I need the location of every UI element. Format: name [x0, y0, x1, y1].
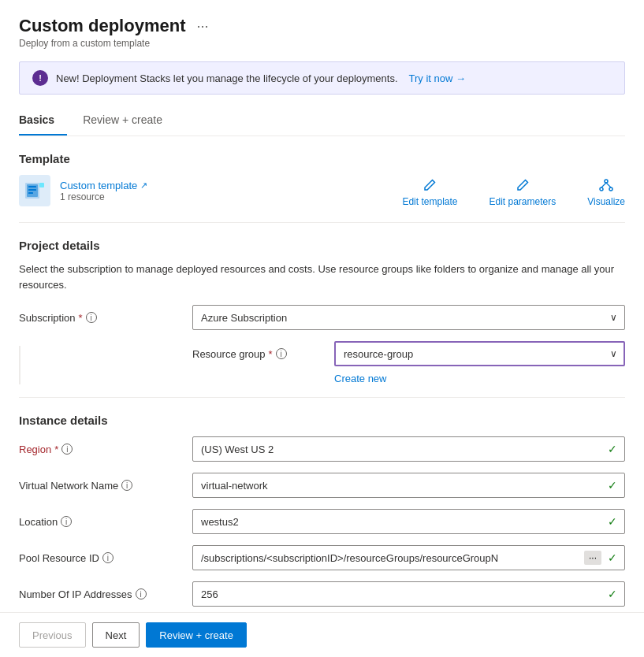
- ip-addresses-input[interactable]: [192, 581, 625, 607]
- instance-details-section: Instance details Region * i ✓ Virtual Ne…: [19, 414, 625, 607]
- edit-template-label: Edit template: [402, 196, 457, 207]
- resource-group-required: *: [269, 348, 273, 360]
- virtual-network-info-icon[interactable]: i: [121, 480, 132, 491]
- svg-rect-4: [28, 192, 33, 194]
- region-control: ✓: [192, 436, 625, 462]
- svg-point-7: [600, 187, 603, 191]
- resource-group-info-icon[interactable]: i: [276, 348, 287, 359]
- svg-line-9: [601, 183, 606, 187]
- subscription-select[interactable]: Azure Subscription: [192, 305, 625, 330]
- template-card: Custom template ↗ 1 resource: [19, 175, 147, 206]
- location-label: Location i: [19, 516, 192, 528]
- template-section-title: Template: [19, 152, 625, 165]
- pool-resource-id-input[interactable]: [192, 545, 625, 570]
- ip-addresses-label-text: Number Of IP Addresses: [19, 588, 132, 600]
- pool-resource-more-button[interactable]: ···: [584, 551, 601, 565]
- info-banner: ! New! Deployment Stacks let you manage …: [19, 61, 625, 95]
- virtual-network-row: Virtual Network Name i ✓: [19, 473, 625, 498]
- region-label-text: Region: [19, 444, 51, 455]
- divider-1: [19, 222, 625, 223]
- pool-resource-id-row: Pool Resource ID i ··· ✓: [19, 545, 625, 570]
- previous-button[interactable]: Previous: [19, 622, 86, 648]
- virtual-network-label-text: Virtual Network Name: [19, 480, 118, 492]
- location-info-icon[interactable]: i: [61, 516, 72, 527]
- resource-group-select-wrapper: resource-group ∨: [334, 341, 625, 366]
- subscription-control: Azure Subscription ∨: [192, 305, 625, 330]
- tab-review-create[interactable]: Review + create: [83, 107, 175, 135]
- template-section: Template: [19, 152, 625, 210]
- resource-group-control: resource-group ∨: [334, 341, 625, 366]
- virtual-network-control: ✓: [192, 473, 625, 498]
- project-details-section: Project details Select the subscription …: [19, 239, 625, 384]
- ip-addresses-row: Number Of IP Addresses i ✓: [19, 581, 625, 607]
- resource-group-row: Resource group * i resource-group ∨: [192, 341, 625, 366]
- virtual-network-label: Virtual Network Name i: [19, 480, 192, 492]
- next-button[interactable]: Next: [92, 622, 140, 648]
- pool-resource-check-icon: ✓: [608, 551, 617, 564]
- resource-group-label: Resource group * i: [192, 348, 334, 360]
- ip-addresses-info-icon[interactable]: i: [136, 588, 147, 599]
- template-actions: Edit template Edit parameters: [402, 177, 625, 207]
- template-link[interactable]: Custom template: [60, 180, 137, 191]
- tabs-container: Basics Review + create: [19, 107, 625, 136]
- external-link-icon: ↗: [140, 180, 147, 191]
- subscription-info-icon[interactable]: i: [86, 312, 97, 323]
- ellipsis-menu-button[interactable]: ···: [192, 17, 213, 36]
- subscription-select-wrapper: Azure Subscription ∨: [192, 305, 625, 330]
- region-input[interactable]: [192, 436, 625, 462]
- virtual-network-input[interactable]: [192, 473, 625, 498]
- divider-2: [19, 397, 625, 398]
- template-name: Custom template ↗: [60, 180, 147, 191]
- visualize-button[interactable]: Visualize: [587, 177, 625, 207]
- template-icon: [19, 175, 50, 206]
- footer: Previous Next Review + create: [0, 612, 644, 657]
- edit-parameters-label: Edit parameters: [489, 196, 556, 207]
- location-check-icon: ✓: [608, 515, 617, 528]
- location-control: ✓: [192, 509, 625, 534]
- edit-template-button[interactable]: Edit template: [402, 177, 457, 207]
- svg-rect-2: [28, 186, 36, 187]
- ip-addresses-label: Number Of IP Addresses i: [19, 588, 192, 600]
- resource-group-select[interactable]: resource-group: [334, 341, 625, 366]
- region-label: Region * i: [19, 444, 192, 455]
- svg-point-8: [609, 187, 612, 191]
- template-resource-count: 1 resource: [60, 191, 147, 202]
- instance-details-title: Instance details: [19, 414, 625, 427]
- page-subtitle: Deploy from a custom template: [19, 38, 625, 49]
- subscription-label: Subscription * i: [19, 312, 192, 324]
- location-label-text: Location: [19, 516, 58, 528]
- banner-text: New! Deployment Stacks let you manage th…: [56, 72, 398, 84]
- ip-addresses-control: ✓: [192, 581, 625, 607]
- svg-rect-5: [39, 183, 44, 187]
- location-row: Location i ✓: [19, 509, 625, 534]
- region-required: *: [54, 444, 58, 455]
- create-new-container: Create new: [334, 369, 625, 384]
- project-details-description: Select the subscription to manage deploy…: [19, 262, 625, 292]
- region-info-icon[interactable]: i: [61, 444, 73, 455]
- page-title: Custom deployment: [19, 16, 185, 36]
- tab-basics[interactable]: Basics: [19, 107, 67, 135]
- banner-icon: !: [32, 70, 48, 86]
- pool-resource-id-label: Pool Resource ID i: [19, 552, 192, 564]
- pool-resource-id-control: ··· ✓: [192, 545, 625, 570]
- resource-group-section: Resource group * i resource-group ∨: [192, 341, 625, 384]
- svg-line-10: [606, 183, 611, 187]
- visualize-label: Visualize: [587, 196, 625, 207]
- location-input[interactable]: [192, 509, 625, 534]
- svg-rect-3: [28, 189, 36, 191]
- edit-parameters-button[interactable]: Edit parameters: [489, 177, 556, 207]
- project-details-title: Project details: [19, 239, 625, 252]
- banner-link[interactable]: Try it now →: [409, 72, 466, 84]
- pool-resource-id-info-icon[interactable]: i: [102, 552, 114, 563]
- virtual-network-check-icon: ✓: [608, 479, 617, 492]
- create-new-link[interactable]: Create new: [334, 373, 386, 384]
- subscription-row: Subscription * i Azure Subscription ∨: [19, 305, 625, 330]
- region-row: Region * i ✓: [19, 436, 625, 462]
- pool-resource-id-label-text: Pool Resource ID: [19, 552, 99, 564]
- ip-addresses-check-icon: ✓: [608, 588, 617, 600]
- review-create-button[interactable]: Review + create: [146, 622, 247, 648]
- region-check-icon: ✓: [608, 443, 617, 455]
- subscription-required: *: [79, 312, 83, 324]
- svg-point-6: [605, 180, 608, 183]
- template-row: Custom template ↗ 1 resource Edit templa…: [19, 175, 625, 210]
